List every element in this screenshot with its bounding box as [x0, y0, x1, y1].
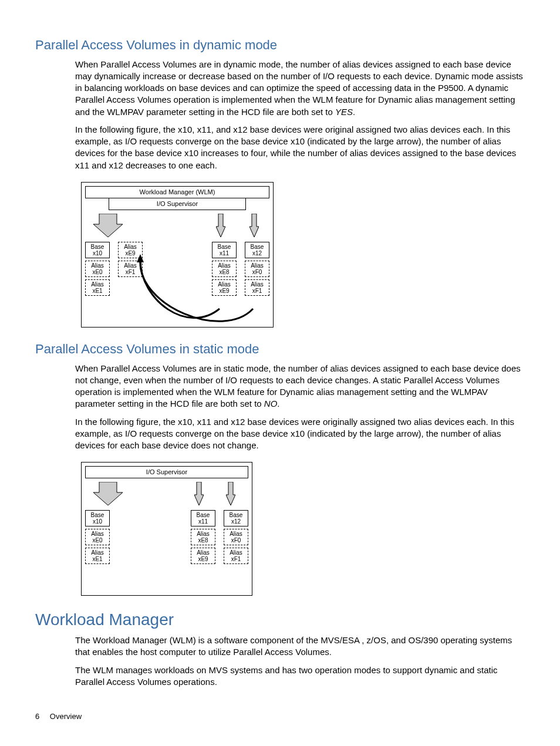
para-dynamic-2: In the following figure, the x10, x11, a…: [35, 124, 525, 171]
device-box: AliasxF1: [224, 548, 248, 564]
text: .: [277, 399, 279, 409]
device-box: AliasxE1: [85, 279, 110, 296]
heading-static: Parallel Access Volumes in static mode: [35, 340, 525, 358]
device-box: AliasxF0: [224, 529, 248, 545]
diagram1-header: Workload Manager (WLM): [85, 186, 269, 198]
device-box: AliasxE1: [85, 548, 110, 564]
text: When Parallel Access Volumes are in stat…: [75, 363, 521, 409]
page-footer: 6 Overview: [35, 711, 525, 722]
device-box: AliasxF1: [118, 261, 143, 277]
large-arrow-icon: [93, 482, 123, 505]
device-box: Basex12: [245, 242, 269, 258]
emphasis-yes: YES: [335, 107, 353, 117]
svg-marker-4: [93, 482, 123, 505]
page-number: 6: [35, 712, 39, 721]
device-box: AliasxF0: [245, 261, 269, 277]
device-box: AliasxF1: [245, 279, 269, 296]
svg-marker-2: [249, 214, 259, 237]
svg-marker-6: [226, 482, 235, 505]
diagram-static: I/O Supervisor Basex10 Basex11 Basex12 A…: [81, 462, 252, 596]
device-box: Basex11: [191, 510, 215, 526]
device-box: AliasxE9: [191, 548, 215, 564]
text: .: [353, 107, 355, 117]
diagram1-subheader: I/O Supervisor: [109, 198, 246, 210]
device-box: AliasxE9: [118, 242, 143, 258]
device-box: AliasxE8: [212, 261, 237, 277]
diagram-dynamic: Workload Manager (WLM) I/O Supervisor Ba…: [81, 182, 274, 328]
device-box: AliasxE0: [85, 261, 110, 277]
device-box: AliasxE8: [191, 529, 215, 545]
device-box: AliasxE0: [85, 529, 110, 545]
small-arrow-icon: [226, 482, 235, 505]
para-dynamic-1: When Parallel Access Volumes are in dyna…: [35, 59, 525, 118]
svg-marker-5: [194, 482, 204, 505]
svg-marker-1: [216, 214, 225, 237]
emphasis-no: NO: [264, 399, 278, 409]
device-box: Basex12: [224, 510, 248, 526]
device-box: Basex11: [212, 242, 237, 258]
device-box: Basex10: [85, 242, 110, 258]
diagram2-subheader: I/O Supervisor: [85, 466, 248, 478]
small-arrow-icon: [194, 482, 204, 505]
svg-marker-0: [93, 214, 123, 237]
large-arrow-icon: [93, 214, 123, 237]
heading-dynamic: Parallel Access Volumes in dynamic mode: [35, 36, 525, 54]
para-static-1: When Parallel Access Volumes are in stat…: [35, 363, 525, 410]
para-static-2: In the following figure, the x10, x11 an…: [35, 416, 525, 452]
footer-section-title: Overview: [50, 712, 82, 721]
device-box: Basex10: [85, 510, 110, 526]
heading-wlm: Workload Manager: [35, 609, 525, 631]
para-wlm-1: The Workload Manager (WLM) is a software…: [35, 634, 525, 659]
text: When Parallel Access Volumes are in dyna…: [75, 59, 523, 117]
para-wlm-2: The WLM manages workloads on MVS systems…: [35, 664, 525, 688]
device-box: AliasxE9: [212, 279, 237, 296]
small-arrow-icon: [216, 214, 225, 237]
small-arrow-icon: [249, 214, 259, 237]
